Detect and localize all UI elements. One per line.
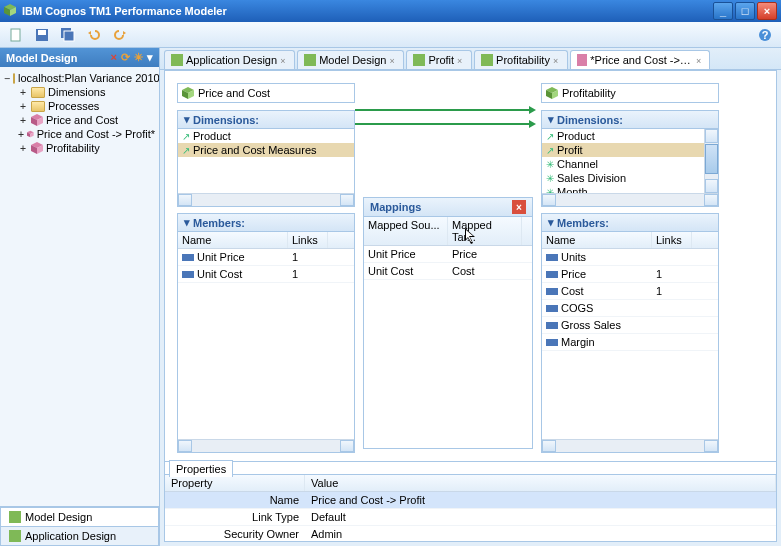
minimize-button[interactable]: _: [713, 2, 733, 20]
tab-icon: [171, 54, 183, 66]
table-row[interactable]: Unit Cost1: [178, 266, 354, 283]
table-row[interactable]: COGS: [542, 300, 718, 317]
table-row[interactable]: Unit CostCost: [364, 263, 532, 280]
scroll-left-button[interactable]: [542, 440, 556, 452]
editor-tab[interactable]: Application Design×: [164, 50, 295, 69]
table-row[interactable]: Unit PricePrice: [364, 246, 532, 263]
dimension-item[interactable]: ↗Price and Cost Measures: [178, 143, 354, 157]
col-links[interactable]: Links: [288, 232, 328, 248]
scroll-down-button[interactable]: [705, 179, 718, 193]
member-swatch: [182, 254, 194, 261]
table-row[interactable]: Price1: [542, 266, 718, 283]
scroll-left-button[interactable]: [178, 194, 192, 206]
tab-close-icon[interactable]: ×: [280, 56, 288, 64]
vertical-scrollbar[interactable]: [704, 129, 718, 193]
tab-close-icon[interactable]: ×: [457, 56, 465, 64]
link-arrow: [355, 109, 531, 111]
new-item-icon[interactable]: ✳: [134, 51, 143, 64]
property-row[interactable]: Security OwnerAdmin: [165, 526, 776, 542]
table-row[interactable]: Unit Price1: [178, 249, 354, 266]
property-row[interactable]: Link TypeDefault: [165, 509, 776, 526]
dimension-item[interactable]: ↗Profit: [542, 143, 704, 157]
scroll-right-button[interactable]: [704, 194, 718, 206]
col-value[interactable]: Value: [305, 475, 776, 491]
scroll-right-button[interactable]: [704, 440, 718, 452]
tree-node[interactable]: +Profitability: [18, 141, 155, 155]
tab-icon: [413, 54, 425, 66]
source-cube-header[interactable]: Price and Cost: [177, 83, 355, 103]
help-icon[interactable]: ?: [755, 25, 775, 45]
delete-icon[interactable]: ×: [111, 51, 117, 64]
dimension-item[interactable]: ✳Sales Division: [542, 171, 704, 185]
arrowhead-icon: [529, 120, 536, 128]
close-button[interactable]: ×: [757, 2, 777, 20]
svg-rect-7: [64, 31, 74, 41]
model-tree[interactable]: − localhost:Plan Variance 2010 +Dimensio…: [0, 67, 159, 506]
menu-icon[interactable]: ▾: [147, 51, 153, 64]
col-property[interactable]: Property: [165, 475, 305, 491]
tab-label: *Price and Cost -> Profit: [590, 54, 693, 66]
dimension-icon: ↗: [546, 145, 554, 156]
tree-node[interactable]: +Price and Cost: [18, 113, 155, 127]
mappings-label: Mappings: [370, 201, 421, 213]
scroll-thumb[interactable]: [705, 144, 718, 174]
member-name: Gross Sales: [561, 319, 621, 331]
member-links: 1: [288, 250, 328, 264]
expand-icon[interactable]: +: [18, 129, 24, 140]
col-links[interactable]: Links: [652, 232, 692, 248]
property-name: Security Owner: [165, 526, 305, 542]
tab-close-icon[interactable]: ×: [553, 56, 561, 64]
new-icon[interactable]: [6, 25, 26, 45]
expand-icon[interactable]: +: [18, 87, 28, 98]
dimension-item[interactable]: ✳Month: [542, 185, 704, 193]
dimension-item[interactable]: ↗Product: [542, 129, 704, 143]
maximize-button[interactable]: □: [735, 2, 755, 20]
close-mappings-button[interactable]: ×: [512, 200, 526, 214]
tab-close-icon[interactable]: ×: [389, 56, 397, 64]
dimension-icon: ✳: [546, 159, 554, 170]
svg-rect-26: [481, 54, 493, 66]
editor-tab[interactable]: *Price and Cost -> Profit×: [570, 50, 710, 69]
properties-tab[interactable]: Properties: [169, 460, 233, 477]
tree-node[interactable]: +Processes: [18, 99, 155, 113]
dimensions-label: Dimensions:: [557, 114, 623, 126]
redo-icon[interactable]: [110, 25, 130, 45]
scroll-right-button[interactable]: [340, 194, 354, 206]
undo-icon[interactable]: [84, 25, 104, 45]
scroll-left-button[interactable]: [542, 194, 556, 206]
table-row[interactable]: Cost1: [542, 283, 718, 300]
editor-tab[interactable]: Profit×: [406, 50, 472, 69]
view-tab[interactable]: Model Design: [0, 507, 159, 527]
member-name: Cost: [561, 285, 584, 297]
cube-icon: [31, 142, 43, 154]
save-all-icon[interactable]: [58, 25, 78, 45]
scroll-up-button[interactable]: [705, 129, 718, 143]
scroll-left-button[interactable]: [178, 440, 192, 452]
target-cube-header[interactable]: Profitability: [541, 83, 719, 103]
table-row[interactable]: Gross Sales: [542, 317, 718, 334]
dimension-item[interactable]: ✳Channel: [542, 157, 704, 171]
tree-node[interactable]: +Dimensions: [18, 85, 155, 99]
save-icon[interactable]: [32, 25, 52, 45]
expand-icon[interactable]: −: [4, 73, 10, 84]
dimension-item[interactable]: ↗Product: [178, 129, 354, 143]
col-name[interactable]: Name: [178, 232, 288, 248]
col-mapped-source[interactable]: Mapped Sou...: [364, 217, 448, 245]
tree-node[interactable]: +Price and Cost -> Profit: [18, 127, 155, 141]
view-tab[interactable]: Application Design: [0, 527, 159, 546]
col-name[interactable]: Name: [542, 232, 652, 248]
property-row[interactable]: NamePrice and Cost -> Profit: [165, 492, 776, 509]
scroll-right-button[interactable]: [340, 440, 354, 452]
member-links: [652, 301, 692, 315]
col-mapped-target[interactable]: Mapped Tar...: [448, 217, 522, 245]
expand-icon[interactable]: +: [18, 115, 28, 126]
expand-icon[interactable]: +: [18, 101, 28, 112]
refresh-icon[interactable]: ⟳: [121, 51, 130, 64]
table-row[interactable]: Units: [542, 249, 718, 266]
editor-tab[interactable]: Model Design×: [297, 50, 404, 69]
expand-icon[interactable]: +: [18, 143, 28, 154]
tab-close-icon[interactable]: ×: [696, 56, 703, 64]
table-row[interactable]: Margin: [542, 334, 718, 351]
tree-root[interactable]: − localhost:Plan Variance 2010: [4, 71, 155, 85]
editor-tab[interactable]: Profitability×: [474, 50, 568, 69]
